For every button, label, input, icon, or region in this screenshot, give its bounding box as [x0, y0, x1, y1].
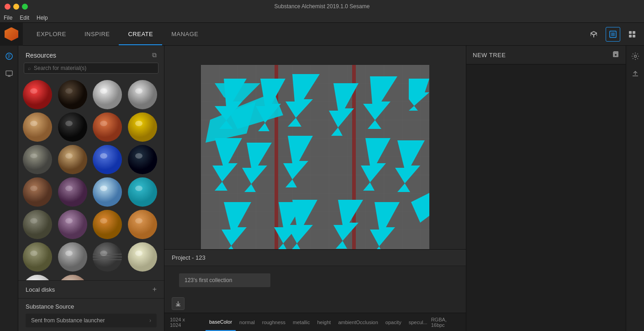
3d-view-button[interactable] [586, 27, 601, 42]
substance-source-title: Substance Source [26, 303, 157, 310]
svg-point-22 [128, 112, 157, 142]
svg-point-32 [23, 177, 52, 207]
list-item[interactable] [57, 112, 88, 143]
collection-item[interactable]: 123's first collection [179, 273, 270, 287]
svg-point-36 [93, 177, 122, 207]
channel-tab-ao[interactable]: ambientOcclusion [334, 313, 381, 331]
display-icon[interactable] [2, 67, 16, 80]
svg-point-59 [135, 251, 143, 256]
svg-point-47 [135, 218, 143, 224]
svg-point-50 [58, 242, 87, 272]
2d-view-button[interactable] [606, 27, 620, 42]
add-collection-button[interactable] [172, 297, 185, 310]
list-item[interactable] [92, 112, 123, 143]
list-item[interactable] [57, 274, 88, 280]
tab-inspire[interactable]: INSPIRE [75, 23, 119, 45]
menu-edit[interactable]: Edit [20, 15, 29, 21]
channel-tab-normal[interactable]: normal [236, 313, 259, 331]
svg-point-41 [30, 218, 37, 224]
list-item[interactable] [22, 176, 53, 208]
list-item[interactable] [22, 79, 53, 110]
right-sidebar-icons [626, 46, 644, 331]
list-item[interactable] [127, 209, 158, 240]
list-item[interactable] [57, 176, 88, 208]
list-item[interactable] [127, 241, 158, 272]
tab-explore[interactable]: EXPLORE [27, 23, 75, 45]
import-icon [175, 300, 181, 307]
substance-source: Substance Source Sent from Substance lau… [18, 298, 164, 331]
svg-point-40 [23, 210, 52, 239]
list-item[interactable] [127, 176, 158, 208]
list-item[interactable] [22, 209, 53, 240]
project-actions [164, 294, 466, 313]
list-item[interactable] [127, 112, 158, 143]
list-item[interactable] [92, 79, 123, 110]
menu-file[interactable]: File [4, 15, 12, 21]
material-grid [18, 77, 164, 280]
svg-point-12 [93, 80, 122, 109]
tab-manage[interactable]: MANAGE [162, 23, 207, 45]
resources-icon[interactable] [2, 49, 16, 63]
svg-point-18 [58, 112, 87, 142]
settings-icon[interactable] [628, 49, 642, 63]
right-panel: NEW TREE [466, 46, 626, 331]
svg-rect-3 [633, 31, 635, 34]
save-icon[interactable] [612, 50, 619, 59]
close-button[interactable] [5, 4, 11, 10]
menu-help[interactable]: Help [37, 15, 48, 21]
menu-bar: File Edit Help [0, 13, 644, 23]
local-disks-title: Local disks [26, 286, 55, 293]
list-item[interactable] [22, 144, 53, 175]
right-panel-header: NEW TREE [466, 46, 626, 64]
channel-tab-height[interactable]: height [313, 313, 334, 331]
svg-rect-4 [629, 35, 632, 37]
svg-point-51 [65, 251, 73, 256]
svg-point-24 [23, 145, 52, 174]
search-input[interactable] [34, 65, 154, 71]
svg-point-21 [100, 121, 107, 126]
svg-point-15 [135, 88, 143, 94]
layout-view-button[interactable] [625, 27, 639, 42]
list-item[interactable] [92, 241, 123, 272]
svg-point-35 [65, 186, 73, 191]
svg-point-58 [128, 242, 157, 272]
copy-icon[interactable]: ⧉ [152, 51, 157, 59]
add-disk-button[interactable]: + [153, 285, 157, 294]
list-item[interactable] [92, 144, 123, 175]
app-logo-icon [5, 27, 18, 41]
list-item[interactable] [22, 112, 53, 143]
sent-from-launcher-label: Sent from Substance launcher [31, 317, 105, 324]
svg-point-39 [135, 186, 143, 191]
channel-tab-opacity[interactable]: opacity [382, 313, 405, 331]
list-item[interactable] [92, 209, 123, 240]
list-item[interactable] [127, 144, 158, 175]
svg-point-9 [30, 88, 37, 94]
channel-tab-basecolor[interactable]: baseColor [206, 313, 236, 331]
list-item[interactable] [92, 176, 123, 208]
list-item[interactable] [57, 241, 88, 272]
list-item[interactable] [57, 144, 88, 175]
maximize-button[interactable] [22, 4, 28, 10]
svg-point-16 [23, 112, 52, 142]
channel-tab-roughness[interactable]: roughness [259, 313, 289, 331]
minimize-button[interactable] [13, 4, 19, 10]
svg-point-27 [65, 153, 73, 159]
traffic-lights [5, 4, 28, 10]
tab-create[interactable]: CREATE [119, 23, 162, 45]
channel-tab-specular[interactable]: specul... [405, 313, 431, 331]
upload-icon[interactable] [628, 67, 642, 80]
svg-point-34 [58, 177, 87, 207]
list-item[interactable] [57, 79, 88, 110]
list-item[interactable] [22, 274, 53, 280]
channel-tab-metallic[interactable]: metallic [289, 313, 313, 331]
list-item[interactable] [22, 241, 53, 272]
nav-tabs: EXPLORE INSPIRE CREATE MANAGE [27, 23, 208, 45]
svg-point-23 [135, 121, 143, 126]
svg-point-14 [128, 80, 157, 109]
resources-title: Resources [26, 52, 56, 59]
list-item[interactable] [127, 79, 158, 110]
search-bar[interactable]: ⌕ [24, 63, 158, 74]
list-item[interactable] [57, 209, 88, 240]
project-content: 123's first collection [164, 266, 466, 294]
sent-from-launcher-item[interactable]: Sent from Substance launcher › [26, 314, 157, 327]
